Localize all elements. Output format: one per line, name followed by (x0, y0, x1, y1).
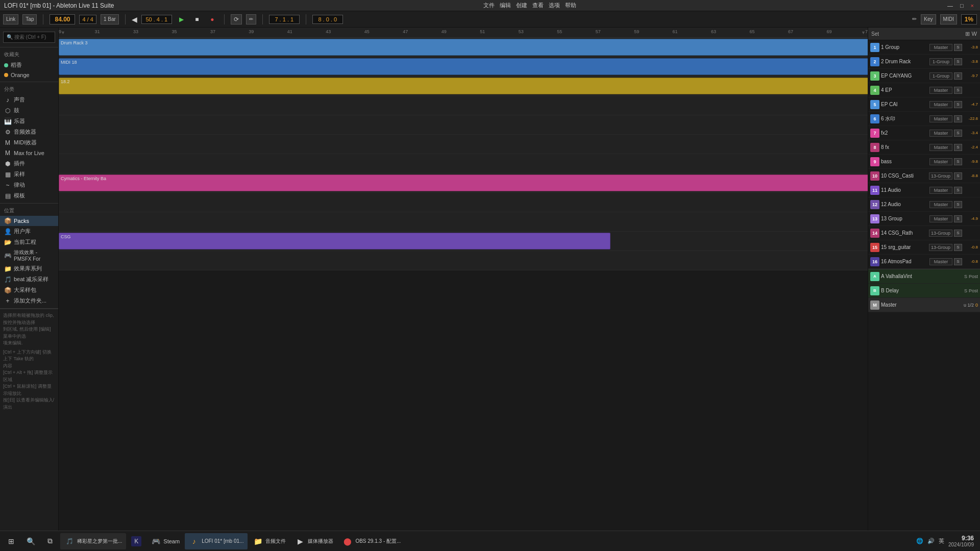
position2-display[interactable]: 8 . 0 . 0 (312, 15, 343, 24)
sidebar-item-effects-library[interactable]: 📁 效果库系列 (0, 263, 58, 274)
mixer-track-route-12[interactable]: Master (929, 201, 952, 208)
taskbar-item-obs[interactable]: ⬤ OBS 29.1.3 - 配置... (338, 533, 405, 549)
lang-indicator[interactable]: 英 (939, 537, 944, 545)
mixer-solo-btn-9[interactable]: S (954, 158, 962, 165)
track-content-10[interactable]: CSG_RatheCSG_RatheCSG_RatheCSG_RatheCSG_… (59, 212, 868, 231)
menu-view[interactable]: 查看 (532, 2, 544, 9)
sidebar-item-samples[interactable]: ▦ 采样 (0, 169, 58, 180)
search-button[interactable]: 🔍 (21, 533, 40, 549)
clip-3-0[interactable]: 18.2 (59, 78, 868, 94)
mixer-solo-btn-4[interactable]: S (954, 87, 962, 94)
menu-edit[interactable]: 编辑 (500, 2, 511, 9)
mixer-solo-btn-10[interactable]: S (954, 172, 962, 180)
search-input[interactable]: 🔍 搜索 (Ctrl + F) (3, 32, 55, 43)
track-content-9[interactable] (59, 193, 868, 212)
menu-file[interactable]: 文件 (483, 2, 495, 9)
sidebar-item-large-samples[interactable]: 📦 大采样包 (0, 285, 58, 295)
mixer-track-route-15[interactable]: 13-Group (929, 244, 952, 251)
sidebar-item-user-library[interactable]: 👤 用户库 (0, 226, 58, 237)
mixer-track-route-10[interactable]: 13-Group (929, 172, 952, 180)
mixer-solo-btn-6[interactable]: S (954, 115, 962, 122)
mixer-track-route-5[interactable]: Master (929, 101, 952, 108)
sidebar-item-current-project[interactable]: 📂 当前工程 (0, 237, 58, 247)
sidebar-item-plugins[interactable]: ⬢ 插件 (0, 158, 58, 169)
sidebar-item-daoxiang[interactable]: 稻香 (0, 60, 58, 70)
taskbar-item-ableton[interactable]: ♪ LOFI 01* [rnb 01... (185, 533, 248, 549)
track-content-6[interactable] (59, 135, 868, 154)
midi-button[interactable]: MIDI (940, 14, 957, 24)
sidebar-item-sounds[interactable]: ♪ 声音 (0, 94, 58, 105)
menu-create[interactable]: 创建 (516, 2, 527, 9)
mixer-track-route-4[interactable]: Master (929, 87, 952, 94)
loop-button[interactable]: ⟳ (231, 14, 242, 24)
mixer-solo-btn-11[interactable]: S (954, 187, 962, 194)
mixer-solo-btn-14[interactable]: S (954, 230, 962, 237)
taskbar-item-k[interactable]: K (127, 533, 145, 549)
mixer-solo-btn-16[interactable]: S (954, 258, 962, 265)
mixer-track-route-14[interactable]: 13-Group (929, 230, 952, 237)
sidebar-item-templates[interactable]: ▤ 模板 (0, 190, 58, 201)
minimize-button[interactable]: — (945, 3, 955, 9)
sidebar-item-drums[interactable]: ⬡ 鼓 (0, 105, 58, 116)
sidebar-item-add-folder[interactable]: + 添加文件夹... (0, 295, 58, 306)
close-button[interactable]: × (969, 3, 976, 9)
mixer-expand-icon[interactable]: ⊞ (965, 31, 970, 37)
sidebar-item-midi-fx[interactable]: M MIDI效器 (0, 137, 58, 148)
sidebar-item-packs[interactable]: 📦 Packs (0, 216, 58, 226)
sidebar-item-grooves[interactable]: ~ 律动 (0, 180, 58, 190)
mixer-track-route-8[interactable]: Master (929, 144, 952, 151)
arrow-left-icon[interactable]: ◀ (132, 15, 137, 23)
mixer-solo-btn-12[interactable]: S (954, 201, 962, 208)
mixer-track-route-13[interactable]: Master (929, 215, 952, 222)
sidebar-item-audio-fx[interactable]: ⚙ 音频效器 (0, 127, 58, 137)
tempo-display[interactable]: 84.00 (50, 14, 75, 24)
timeline-ruler[interactable]: ▼ ▼ 293133353739414345474951535557596163… (59, 28, 868, 37)
link-button[interactable]: Link (3, 14, 18, 24)
track-content-2[interactable]: MIDI 18 (59, 57, 868, 76)
position-display[interactable]: 50 . 4 . 1 (141, 15, 172, 24)
track-content-7[interactable] (59, 154, 868, 173)
mixer-solo-btn-15[interactable]: S (954, 244, 962, 251)
sidebar-item-pmsfx[interactable]: 🎮 游戏效果 - PMSFX For (0, 247, 58, 263)
sidebar-item-orange[interactable]: Orange (0, 70, 58, 80)
end-position-display[interactable]: 7 . 1 . 1 (269, 15, 300, 24)
mixer-solo-btn-2[interactable]: S (954, 58, 962, 65)
mixer-track-route-3[interactable]: 1-Group (929, 72, 952, 80)
mixer-track-route-16[interactable]: Master (929, 258, 952, 265)
mixer-solo-btn-1[interactable]: S (954, 44, 962, 51)
track-content-4[interactable] (59, 96, 868, 115)
menu-help[interactable]: 帮助 (565, 2, 576, 9)
draw-button[interactable]: ✏ (246, 14, 256, 24)
mixer-track-route-9[interactable]: Master (929, 158, 952, 165)
taskbar-item-steam[interactable]: 🎮 Steam (146, 533, 184, 549)
track-content-3[interactable]: 18.218.218.2 (59, 77, 868, 95)
maximize-button[interactable]: □ (958, 3, 966, 9)
mixer-solo-btn-7[interactable]: S (954, 130, 962, 137)
network-icon[interactable]: 🌐 (916, 538, 923, 544)
clip-1-0[interactable]: Drum Rack 3 (59, 39, 868, 56)
track-content-12[interactable]: AtmosPadAtmosPadAtmosPadAtmosPad (59, 251, 868, 270)
start-button[interactable]: ⊞ (2, 533, 20, 549)
clip-11-0[interactable]: CSG (59, 233, 610, 249)
mixer-solo-btn-5[interactable]: S (954, 101, 962, 108)
mixer-solo-btn-3[interactable]: S (954, 72, 962, 80)
clip-8-0[interactable]: Cymatics - Eternity Ba (59, 174, 868, 191)
mixer-track-route-6[interactable]: Master (929, 115, 952, 122)
track-content-11[interactable]: CSGCSG_SuaveCSGCSG_SuaveCSGCSGCSGCSGCSG (59, 232, 868, 251)
menu-options[interactable]: 选项 (549, 2, 560, 9)
clip-2-0[interactable]: MIDI 18 (59, 58, 868, 75)
mixer-solo-btn-13[interactable]: S (954, 215, 962, 222)
volume-icon[interactable]: 🔊 (927, 538, 935, 544)
sidebar-item-instruments[interactable]: 🎹 乐器 (0, 116, 58, 127)
taskbar-item-media[interactable]: ▶ 媒体播放器 (291, 533, 337, 549)
time-signature[interactable]: 4 / 4 (79, 15, 96, 24)
mixer-track-route-7[interactable]: Master (929, 130, 952, 137)
track-content-5[interactable] (59, 115, 868, 134)
mixer-track-route-11[interactable]: Master (929, 187, 952, 194)
stop-button[interactable]: ■ (191, 14, 203, 25)
track-list[interactable]: Drum Rack 3Drum Rack 3Drum Rack 3Drum Ra… (59, 38, 868, 539)
bar-button[interactable]: 1 Bar (101, 14, 119, 24)
taskbar-item-daw[interactable]: 🎵 稀彩星之梦第一批... (60, 533, 126, 549)
mixer-track-route-1[interactable]: Master (929, 44, 952, 51)
track-content-1[interactable]: Drum Rack 3Drum Rack 3Drum Rack 3Drum Ra… (59, 38, 868, 57)
